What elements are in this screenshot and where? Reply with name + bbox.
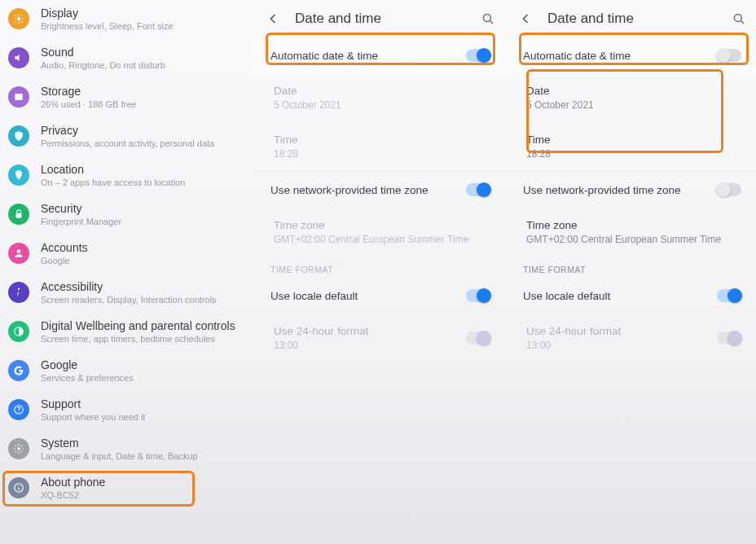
accounts-icon: [8, 243, 29, 264]
date-value: 5 October 2021: [274, 99, 490, 111]
storage-icon: [8, 86, 29, 107]
auto-datetime-switch[interactable]: [717, 49, 741, 62]
settings-row-display[interactable]: DisplayBrightness level, Sleep, Font siz…: [0, 0, 253, 39]
settings-row-subtitle: Services & preferences: [41, 373, 244, 383]
settings-row-subtitle: Google: [41, 256, 244, 265]
row-use-locale[interactable]: Use locale default: [253, 278, 505, 314]
settings-row-meta: SecurityFingerprint Manager: [41, 202, 244, 226]
datetime-header: Date and time: [253, 0, 505, 37]
settings-row-title: Google: [41, 358, 244, 371]
section-time-format: TIME FORMAT: [253, 257, 505, 278]
svg-point-0: [17, 17, 21, 21]
settings-row-meta: SupportSupport where you need it: [41, 397, 244, 422]
svg-point-8: [17, 447, 20, 450]
settings-row-subtitle: Permissions, account activity, personal …: [41, 138, 244, 148]
datetime-panel-auto-off: Date and time Automatic date & time Date…: [505, 0, 756, 544]
settings-row-google[interactable]: GoogleServices & preferences: [0, 352, 253, 391]
h24-label: Use 24-hour format: [526, 325, 717, 337]
settings-row-meta: SystemLanguage & input, Date & time, Bac…: [41, 437, 244, 461]
settings-row-title: Privacy: [41, 124, 244, 137]
settings-row-title: Display: [41, 7, 244, 20]
h24-value: 13:00: [526, 340, 717, 351]
back-icon[interactable]: [516, 10, 534, 28]
use-locale-switch[interactable]: [717, 289, 741, 302]
network-tz-switch[interactable]: [717, 183, 741, 196]
page-title: Date and time: [547, 11, 634, 27]
tz-label: Time zone: [274, 219, 490, 231]
time-label: Time: [526, 134, 741, 146]
row-auto-datetime[interactable]: Automatic date & time: [505, 37, 756, 73]
row-24h: Use 24-hour format 13:00: [253, 314, 505, 362]
section-time-format: TIME FORMAT: [505, 257, 756, 278]
settings-row-system[interactable]: SystemLanguage & input, Date & time, Bac…: [0, 430, 253, 469]
back-icon[interactable]: [264, 10, 282, 28]
use-locale-label: Use locale default: [270, 290, 466, 302]
use-locale-switch[interactable]: [466, 289, 490, 302]
time-value: 18:28: [526, 148, 741, 160]
settings-row-meta: About phoneXQ-BC52: [41, 476, 244, 500]
settings-row-title: Accounts: [41, 241, 244, 254]
tz-value: GMT+02:00 Central European Summer Time: [526, 234, 741, 245]
system-icon: [8, 438, 29, 459]
settings-row-subtitle: Fingerprint Manager: [41, 217, 244, 226]
settings-row-meta: AccessibilityScreen readers, Display, In…: [41, 280, 244, 305]
row-network-tz[interactable]: Use network-provided time zone: [253, 172, 505, 208]
settings-row-title: Sound: [41, 46, 244, 59]
settings-row-title: About phone: [41, 476, 244, 489]
settings-row-accessibility[interactable]: AccessibilityScreen readers, Display, In…: [0, 274, 253, 313]
svg-point-7: [18, 411, 19, 412]
settings-row-meta: SoundAudio, Ringtone, Do not disturb: [41, 46, 244, 70]
settings-row-title: Location: [41, 163, 244, 176]
row-tz[interactable]: Time zone GMT+02:00 Central European Sum…: [505, 208, 756, 257]
settings-row-subtitle: Screen readers, Display, Interaction con…: [41, 295, 244, 305]
row-date[interactable]: Date 5 October 2021: [505, 73, 756, 122]
settings-row-accounts[interactable]: AccountsGoogle: [0, 235, 253, 274]
settings-row-security[interactable]: SecurityFingerprint Manager: [0, 195, 253, 235]
settings-row-storage[interactable]: Storage26% used · 188 GB free: [0, 78, 253, 117]
auto-datetime-switch[interactable]: [466, 49, 490, 62]
svg-point-13: [734, 14, 741, 21]
row-use-locale[interactable]: Use locale default: [505, 278, 756, 314]
time-label: Time: [274, 134, 490, 146]
settings-row-title: Support: [41, 397, 244, 410]
settings-row-subtitle: Brightness level, Sleep, Font size: [41, 21, 244, 31]
svg-point-12: [483, 14, 490, 21]
settings-row-subtitle: 26% used · 188 GB free: [41, 99, 244, 109]
svg-rect-2: [16, 213, 22, 218]
row-tz: Time zone GMT+02:00 Central European Sum…: [253, 208, 505, 257]
network-tz-switch[interactable]: [466, 183, 490, 196]
date-label: Date: [526, 85, 741, 97]
date-label: Date: [274, 85, 490, 97]
about-icon: [8, 477, 29, 498]
search-icon[interactable]: [479, 10, 497, 28]
google-icon: [8, 360, 29, 381]
h24-label: Use 24-hour format: [274, 325, 466, 337]
h24-switch: [466, 331, 490, 344]
settings-row-about[interactable]: About phoneXQ-BC52: [0, 469, 253, 508]
row-network-tz[interactable]: Use network-provided time zone: [505, 172, 756, 208]
row-auto-datetime[interactable]: Automatic date & time: [253, 37, 505, 73]
row-24h: Use 24-hour format 13:00: [505, 314, 756, 362]
search-icon[interactable]: [730, 10, 748, 28]
settings-row-meta: Storage26% used · 188 GB free: [41, 85, 244, 109]
settings-row-privacy[interactable]: PrivacyPermissions, account activity, pe…: [0, 117, 253, 156]
settings-row-wellbeing[interactable]: Digital Wellbeing and parental controlsS…: [0, 313, 253, 352]
settings-row-meta: AccountsGoogle: [41, 241, 244, 265]
auto-datetime-label: Automatic date & time: [270, 50, 466, 62]
tz-label: Time zone: [526, 219, 741, 231]
date-value: 5 October 2021: [526, 99, 741, 111]
settings-row-meta: LocationOn – 2 apps have access to locat…: [41, 163, 244, 187]
display-icon: [8, 8, 29, 29]
row-time[interactable]: Time 18:28: [505, 122, 756, 171]
svg-rect-11: [18, 487, 19, 490]
settings-row-location[interactable]: LocationOn – 2 apps have access to locat…: [0, 156, 253, 195]
wellbeing-icon: [8, 321, 29, 342]
settings-row-sound[interactable]: SoundAudio, Ringtone, Do not disturb: [0, 39, 253, 78]
svg-point-3: [17, 249, 21, 253]
settings-row-subtitle: Language & input, Date & time, Backup: [41, 451, 244, 461]
svg-point-10: [18, 485, 19, 486]
datetime-header: Date and time: [505, 0, 756, 37]
security-icon: [8, 204, 29, 225]
settings-row-meta: Digital Wellbeing and parental controlsS…: [41, 319, 244, 344]
settings-row-support[interactable]: SupportSupport where you need it: [0, 391, 253, 430]
